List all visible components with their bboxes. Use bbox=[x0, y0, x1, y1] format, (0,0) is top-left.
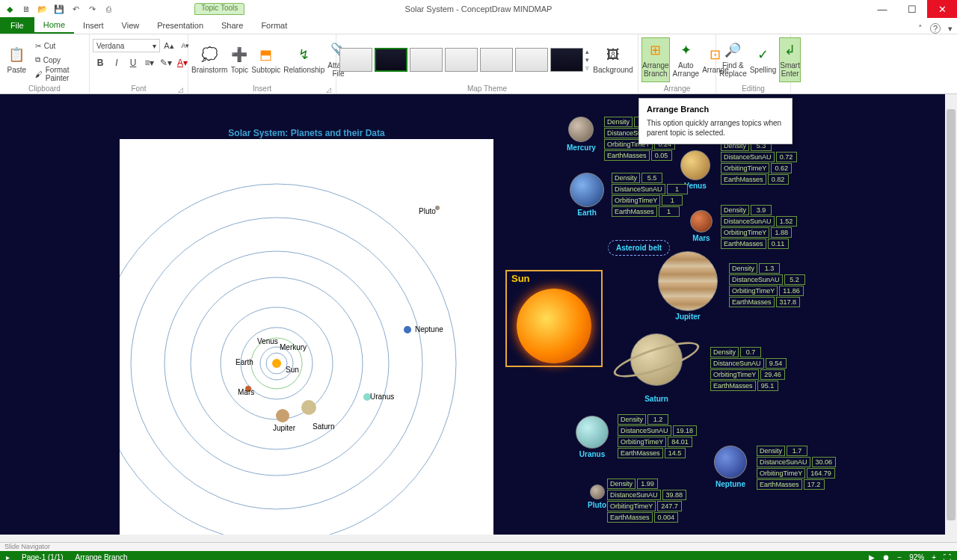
smart-enter-button[interactable]: ↲Smart Enter bbox=[779, 37, 801, 82]
data-jupiter[interactable]: Density1.3DistanceSunAU5.2OrbitingTimeY1… bbox=[729, 263, 805, 307]
tab-format[interactable]: Format bbox=[252, 17, 296, 34]
theme-thumb-4[interactable] bbox=[445, 48, 478, 72]
spelling-button[interactable]: ✓Spelling bbox=[750, 37, 777, 82]
underline-button[interactable]: U bbox=[126, 55, 141, 70]
zoom-in-button[interactable]: + bbox=[932, 553, 936, 561]
slide-navigator[interactable]: Slide Navigator bbox=[0, 542, 957, 551]
field-value: 247.7 bbox=[657, 501, 682, 511]
print-icon[interactable]: ⎙ bbox=[102, 2, 115, 16]
font-color-button[interactable]: A▾ bbox=[175, 55, 190, 70]
theme-gallery-expand[interactable]: ▿ bbox=[585, 64, 589, 72]
planet-jupiter[interactable]: Jupiter bbox=[658, 251, 718, 321]
planet-earth[interactable]: Earth bbox=[570, 173, 604, 217]
new-icon[interactable]: 🗎 bbox=[19, 2, 33, 16]
planet-neptune[interactable]: Neptune bbox=[714, 446, 747, 488]
sun-node[interactable]: Sun bbox=[505, 270, 603, 367]
highlight-button[interactable]: ✎▾ bbox=[159, 55, 173, 70]
planet-uranus[interactable]: Uranus bbox=[576, 416, 609, 458]
arrange-branch-button[interactable]: ⊞Arrange Branch bbox=[641, 37, 670, 82]
svg-point-15 bbox=[435, 206, 440, 210]
bold-button[interactable]: B bbox=[93, 55, 108, 70]
brainstorm-button[interactable]: 💭Brainstorm bbox=[191, 37, 227, 82]
status-page[interactable]: Page-1 (1/1) bbox=[22, 553, 64, 561]
undo-icon[interactable]: ↶ bbox=[69, 2, 82, 16]
italic-button[interactable]: I bbox=[109, 55, 124, 70]
qat-app-icon[interactable]: ◆ bbox=[3, 2, 16, 16]
auto-arrange-button[interactable]: ✦Auto Arrange bbox=[673, 37, 700, 82]
theme-thumb-2[interactable] bbox=[375, 48, 407, 72]
field-label: DistanceSunAU bbox=[710, 358, 764, 369]
font-family-combo[interactable]: Verdana▾ bbox=[93, 39, 160, 52]
horizontal-scrollbar[interactable] bbox=[0, 535, 945, 542]
save-icon[interactable]: 💾 bbox=[52, 2, 66, 16]
ribbon-tabs: File Home Insert View Presentation Share… bbox=[0, 18, 957, 34]
planet-mars[interactable]: Mars bbox=[690, 210, 713, 242]
subtopic-button[interactable]: ⬒Subtopic bbox=[251, 37, 280, 82]
theme-thumb-7[interactable] bbox=[550, 48, 583, 72]
planet-pluto[interactable]: Pluto bbox=[588, 484, 606, 509]
canvas[interactable]: Arrange Branch This option quickly arran… bbox=[0, 94, 957, 542]
zoom-level[interactable]: 92% bbox=[909, 553, 924, 561]
fit-window-icon[interactable]: ⛶ bbox=[944, 553, 951, 561]
data-venus[interactable]: Density5.3DistanceSunAU0.72OrbitingTimeY… bbox=[721, 141, 797, 185]
dropdown-icon[interactable]: ▾ bbox=[948, 24, 953, 34]
record-icon[interactable]: ⏺ bbox=[882, 553, 890, 561]
spellcheck-icon: ✓ bbox=[754, 46, 772, 64]
insert-dialog-launcher[interactable]: ◿ bbox=[326, 86, 331, 93]
data-neptune[interactable]: Density1.7DistanceSunAU30.06OrbitingTime… bbox=[757, 446, 836, 490]
data-pluto[interactable]: Density1.99DistanceSunAU39.88OrbitingTim… bbox=[607, 479, 686, 523]
data-saturn[interactable]: Density0.7DistanceSunAU9.54OrbitingTimeY… bbox=[710, 347, 787, 391]
zoom-out-button[interactable]: − bbox=[897, 553, 902, 561]
data-earth[interactable]: Density5.5DistanceSunAU1OrbitingTimeY1Ea… bbox=[612, 173, 688, 217]
cut-button[interactable]: ✂Cut bbox=[34, 39, 86, 52]
background-button[interactable]: 🖼Background bbox=[591, 37, 635, 82]
tab-insert[interactable]: Insert bbox=[74, 17, 113, 34]
redo-icon[interactable]: ↷ bbox=[85, 2, 99, 16]
copy-button[interactable]: ⧉Copy bbox=[34, 53, 86, 67]
tab-share[interactable]: Share bbox=[212, 17, 252, 34]
svg-point-10 bbox=[404, 326, 411, 333]
group-label-editing: Editing bbox=[719, 84, 787, 93]
theme-thumb-1[interactable] bbox=[339, 48, 372, 72]
field-value: 1.3 bbox=[759, 263, 780, 274]
theme-thumb-6[interactable] bbox=[515, 48, 548, 72]
theme-thumb-5[interactable] bbox=[480, 48, 513, 72]
svg-text:Sun: Sun bbox=[286, 366, 299, 374]
data-uranus[interactable]: Density1.2DistanceSunAU19.18OrbitingTime… bbox=[618, 414, 697, 458]
svg-point-9 bbox=[272, 359, 281, 368]
theme-thumb-3[interactable] bbox=[410, 48, 443, 72]
planet-mercury[interactable]: Mercury bbox=[567, 117, 596, 152]
find-replace-button[interactable]: 🔎Find & Replace bbox=[719, 37, 747, 82]
tab-home[interactable]: Home bbox=[34, 17, 74, 34]
vertical-scrollbar[interactable] bbox=[945, 94, 957, 542]
minimize-button[interactable]: — bbox=[867, 0, 897, 18]
field-value: 317.8 bbox=[776, 297, 801, 307]
open-icon[interactable]: 📂 bbox=[36, 2, 49, 16]
format-painter-button[interactable]: 🖌Format Painter bbox=[34, 67, 86, 81]
font-dialog-launcher[interactable]: ◿ bbox=[178, 86, 183, 93]
tab-view[interactable]: View bbox=[113, 17, 149, 34]
field-value: 5.2 bbox=[784, 274, 805, 285]
topic-button[interactable]: ➕Topic bbox=[230, 37, 248, 82]
paste-button[interactable]: 📋 Paste bbox=[3, 37, 31, 82]
field-label: EarthMasses bbox=[710, 381, 756, 391]
maximize-button[interactable]: ☐ bbox=[897, 0, 927, 18]
collapse-ribbon-icon[interactable]: ˄ bbox=[918, 24, 923, 34]
grow-font-button[interactable]: A▴ bbox=[161, 38, 176, 53]
close-button[interactable]: ✕ bbox=[927, 0, 957, 18]
present-icon[interactable]: ▶ bbox=[869, 553, 875, 561]
help-icon[interactable]: ? bbox=[930, 23, 941, 34]
theme-scroll-up[interactable]: ▴ bbox=[585, 48, 589, 55]
svg-point-12 bbox=[301, 400, 316, 415]
titlebar: ◆ 🗎 📂 💾 ↶ ↷ ⎙ Topic Tools Solar System -… bbox=[0, 0, 957, 18]
field-value: 0.7 bbox=[740, 347, 761, 357]
tab-presentation[interactable]: Presentation bbox=[148, 17, 212, 34]
orbits-svg: Pluto Neptune Uranus Saturn Jupiter Mars… bbox=[120, 139, 493, 535]
planet-saturn[interactable]: Saturn bbox=[612, 326, 701, 403]
theme-scroll-down[interactable]: ▾ bbox=[585, 56, 589, 64]
file-tab[interactable]: File bbox=[0, 17, 34, 34]
data-mars[interactable]: Density3.9DistanceSunAU1.52OrbitingTimeY… bbox=[721, 205, 797, 249]
align-button[interactable]: ≡▾ bbox=[142, 55, 157, 70]
orbit-diagram[interactable]: Pluto Neptune Uranus Saturn Jupiter Mars… bbox=[120, 139, 493, 535]
relationship-button[interactable]: ↯Relationship bbox=[283, 37, 324, 82]
